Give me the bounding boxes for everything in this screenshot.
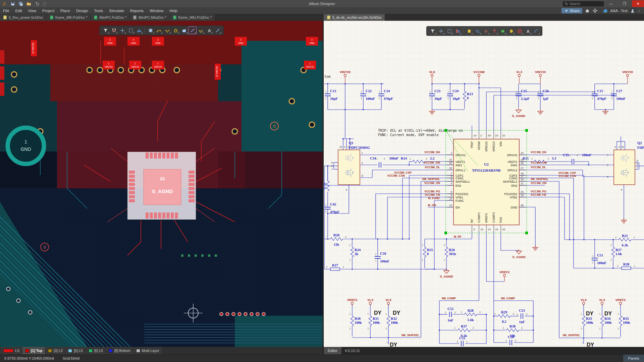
- net-label[interactable]: VCC5M_SW: [424, 161, 440, 164]
- fill-tool-icon[interactable]: [180, 27, 188, 34]
- layer-tab-8bottom[interactable]: [8] Bottom: [106, 347, 133, 354]
- wave-tool-icon[interactable]: [197, 27, 205, 34]
- home-icon[interactable]: [585, 8, 590, 13]
- net-label[interactable]: 5M_COMP: [442, 297, 456, 300]
- via[interactable]: [11, 72, 17, 77]
- annotation-text[interactable]: tom: [324, 75, 330, 78]
- menu-window[interactable]: Window: [147, 7, 166, 14]
- line-tool-icon[interactable]: [214, 27, 221, 34]
- document-tab[interactable]: MiniPC.MbaDoc *: [130, 14, 170, 21]
- dy-label[interactable]: DY: [586, 311, 594, 316]
- layer-tab-ls[interactable]: LS: [1, 347, 22, 354]
- text-tool-icon[interactable]: A: [205, 27, 213, 34]
- pcb-pad-gnd[interactable]: 2GND: [152, 37, 164, 46]
- document-tab[interactable]: 6_fmu_power.SchDoc: [0, 14, 47, 21]
- annotation-text[interactable]: FUNC: Current mode, OVP enable: [378, 133, 439, 137]
- pcb-pad-vint20[interactable]: 1VINT20: [129, 61, 141, 69]
- filter-tool-icon[interactable]: [102, 27, 109, 34]
- menu-design[interactable]: Design: [73, 7, 91, 14]
- menu-help[interactable]: Help: [166, 7, 180, 14]
- share-button[interactable]: Share: [561, 8, 582, 13]
- via-tool-icon[interactable]: [172, 27, 179, 34]
- pcb-pad-gnd[interactable]: 2GND: [104, 37, 116, 46]
- close-button[interactable]: ✕: [632, 0, 644, 7]
- layer-tab-1top[interactable]: [1] Top: [22, 347, 45, 354]
- net-label[interactable]: VCC5M_DH: [424, 150, 440, 154]
- net-label[interactable]: VCC5M_FB: [425, 193, 440, 196]
- annotation-text[interactable]: TRIP: OCL at V(OCL-LV)~=60mV, discharge …: [378, 129, 463, 132]
- cross-tool-icon[interactable]: [437, 27, 445, 35]
- chart-tool-icon[interactable]: [135, 27, 143, 34]
- panels-button[interactable]: Panels: [623, 355, 644, 362]
- power-tool-icon[interactable]: [490, 27, 498, 35]
- pad[interactable]: [208, 254, 210, 257]
- pad[interactable]: [226, 312, 229, 316]
- account-name[interactable]: AAA - Test: [610, 9, 628, 13]
- magnet-tool-icon[interactable]: [110, 27, 118, 34]
- layer-tab-6l6[interactable]: [6] L6: [86, 347, 106, 354]
- layer-tab-multi-layer[interactable]: Multi-Layer: [133, 347, 162, 354]
- gear-icon[interactable]: [592, 8, 598, 13]
- redo-icon[interactable]: [42, 1, 48, 6]
- pcb-pad-vint20[interactable]: 10 VINT20: [215, 64, 221, 80]
- gnd-tool-icon[interactable]: [482, 27, 490, 35]
- dsym-tool-icon[interactable]: [507, 27, 515, 35]
- net-label[interactable]: VCC3M_DH: [531, 150, 546, 154]
- schematic-editor-pane[interactable]: VINT20VL5VCC5MVL3VINT20VINT20VREF2VREF2V…: [324, 21, 644, 347]
- menu-edit[interactable]: Edit: [12, 7, 25, 14]
- pad[interactable]: [232, 312, 235, 316]
- pad[interactable]: [250, 312, 253, 316]
- menu-simulate[interactable]: Simulate: [106, 7, 127, 14]
- meander-tool-icon[interactable]: [163, 27, 171, 34]
- noerc-tool-icon[interactable]: [516, 27, 523, 35]
- pad[interactable]: [181, 254, 183, 257]
- save-icon[interactable]: [10, 1, 15, 6]
- maximize-button[interactable]: ❒: [619, 0, 631, 7]
- via[interactable]: [97, 67, 103, 73]
- via[interactable]: [289, 99, 294, 104]
- layer-tab-3l3[interactable]: [3] L3: [45, 347, 65, 354]
- net-label[interactable]: 3M_COMP: [501, 297, 515, 300]
- pcb-pad-vint20[interactable]: 10 VINT20: [31, 40, 37, 56]
- pad[interactable]: [17, 299, 20, 303]
- align-tool-icon[interactable]: [454, 27, 462, 35]
- dy-label[interactable]: DY: [587, 342, 594, 347]
- pad-tool-icon[interactable]: [147, 27, 154, 34]
- document-tab[interactable]: Kame_MB.PcbDoc *: [47, 14, 91, 21]
- pcb-pad-vint20[interactable]: 1VINT20: [304, 61, 316, 69]
- pad[interactable]: [244, 312, 247, 316]
- dy-label[interactable]: DY: [390, 342, 397, 347]
- user-avatar-icon[interactable]: [630, 8, 635, 13]
- select-tool-icon[interactable]: [445, 27, 453, 35]
- net-label[interactable]: 3M_SKIPSEL: [531, 177, 548, 181]
- via[interactable]: [11, 87, 17, 92]
- pad[interactable]: [220, 312, 223, 316]
- pad[interactable]: [0, 82, 4, 96]
- net-label[interactable]: 3M_SKIPSEL: [562, 334, 580, 337]
- net-label[interactable]: VCC3M_ON: [531, 181, 546, 185]
- net-label[interactable]: M_RF: [454, 235, 462, 238]
- pcb-editor-pane[interactable]: 2GND2GND2GND2GND2GND1VINT201VINT201VINT2…: [0, 21, 323, 347]
- pcb-pad-vint20[interactable]: 1VINT20: [152, 61, 164, 69]
- via[interactable]: [232, 129, 237, 134]
- text-tool-icon[interactable]: A: [524, 27, 532, 35]
- net-label[interactable]: VCC3M_FB: [531, 193, 546, 196]
- menu-reports[interactable]: Reports: [127, 7, 147, 14]
- menu-tools[interactable]: Tools: [91, 7, 106, 14]
- document-tab[interactable]: 5_dc-dc_vcc5m-vcc3m.SchDoc: [324, 14, 385, 21]
- filter-tool-icon[interactable]: [429, 27, 436, 35]
- net-label[interactable]: 5M_SKIPSEL: [422, 177, 440, 181]
- net-label[interactable]: VCC3M_DL: [531, 166, 546, 169]
- big-via-gnd[interactable]: 1GND: [8, 128, 44, 164]
- editor-tab[interactable]: Editor: [324, 347, 341, 354]
- pad[interactable]: [195, 254, 197, 257]
- chip-tool-icon[interactable]: [465, 27, 473, 35]
- select-tool-icon[interactable]: [127, 27, 135, 34]
- menu-place[interactable]: Place: [57, 7, 73, 14]
- net-label[interactable]: M_ON: [428, 203, 436, 207]
- pad[interactable]: [7, 287, 10, 291]
- net-label[interactable]: VCC5M_PG: [424, 190, 440, 193]
- pad[interactable]: [0, 66, 4, 80]
- cross-tool-icon[interactable]: [118, 27, 126, 34]
- pad[interactable]: [238, 312, 241, 316]
